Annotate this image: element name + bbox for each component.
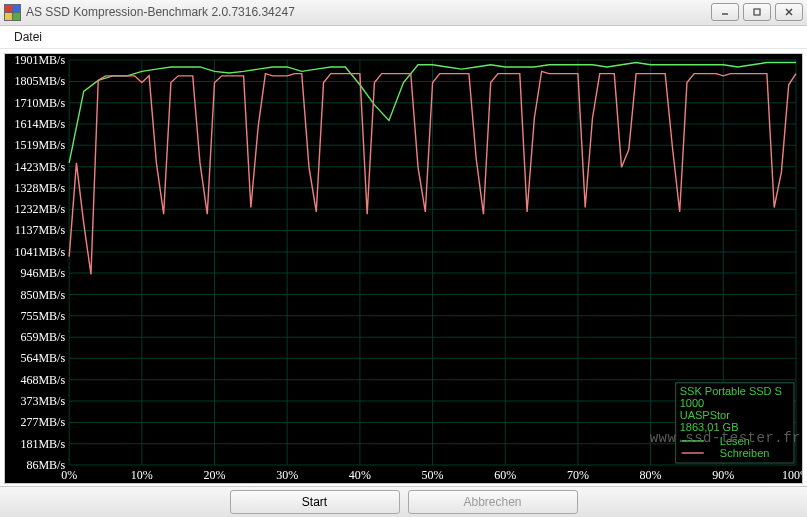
svg-text:468MB/s: 468MB/s [20,373,65,387]
svg-text:1519MB/s: 1519MB/s [14,138,65,152]
svg-text:Schreiben: Schreiben [720,447,770,459]
app-window: AS SSD Kompression-Benchmark 2.0.7316.34… [0,0,807,517]
svg-rect-1 [754,9,760,15]
svg-text:20%: 20% [204,468,226,482]
close-button[interactable] [775,3,803,21]
svg-text:60%: 60% [494,468,516,482]
svg-text:0%: 0% [61,468,77,482]
svg-text:1137MB/s: 1137MB/s [15,223,66,237]
svg-text:1805MB/s: 1805MB/s [14,74,65,88]
minimize-button[interactable] [711,3,739,21]
window-title: AS SSD Kompression-Benchmark 2.0.7316.34… [26,5,711,19]
svg-text:80%: 80% [640,468,662,482]
svg-text:1901MB/s: 1901MB/s [14,54,65,67]
compression-chart: 86MB/s181MB/s277MB/s373MB/s468MB/s564MB/… [5,54,802,483]
svg-text:564MB/s: 564MB/s [20,351,65,365]
svg-text:1614MB/s: 1614MB/s [14,117,65,131]
svg-text:UASPStor: UASPStor [680,409,731,421]
svg-text:SSK Portable SSD S: SSK Portable SSD S [680,385,782,397]
abort-button: Abbrechen [408,490,578,514]
svg-text:100%: 100% [782,468,802,482]
svg-text:Lesen: Lesen [720,435,750,447]
svg-text:1710MB/s: 1710MB/s [14,95,65,109]
titlebar: AS SSD Kompression-Benchmark 2.0.7316.34… [0,0,807,26]
svg-text:40%: 40% [349,468,371,482]
svg-text:90%: 90% [712,468,734,482]
button-bar: Start Abbrechen [0,486,807,517]
svg-text:181MB/s: 181MB/s [20,437,65,451]
maximize-button[interactable] [743,3,771,21]
svg-text:70%: 70% [567,468,589,482]
svg-text:755MB/s: 755MB/s [20,309,65,323]
svg-text:1232MB/s: 1232MB/s [14,202,65,216]
svg-text:1328MB/s: 1328MB/s [14,181,65,195]
app-icon [4,4,20,20]
svg-text:10%: 10% [131,468,153,482]
svg-text:659MB/s: 659MB/s [20,330,65,344]
svg-text:373MB/s: 373MB/s [20,394,65,408]
svg-text:1423MB/s: 1423MB/s [14,159,65,173]
menu-datei[interactable]: Datei [8,28,48,46]
svg-text:86MB/s: 86MB/s [26,458,65,472]
svg-text:1863,01 GB: 1863,01 GB [680,421,739,433]
svg-text:277MB/s: 277MB/s [20,415,65,429]
menubar: Datei [0,26,807,49]
start-button[interactable]: Start [230,490,400,514]
svg-text:946MB/s: 946MB/s [20,266,65,280]
svg-text:1041MB/s: 1041MB/s [14,245,65,259]
svg-text:850MB/s: 850MB/s [20,287,65,301]
svg-text:50%: 50% [422,468,444,482]
svg-text:30%: 30% [276,468,298,482]
chart-area: 86MB/s181MB/s277MB/s373MB/s468MB/s564MB/… [0,49,807,486]
svg-text:1000: 1000 [680,397,705,409]
